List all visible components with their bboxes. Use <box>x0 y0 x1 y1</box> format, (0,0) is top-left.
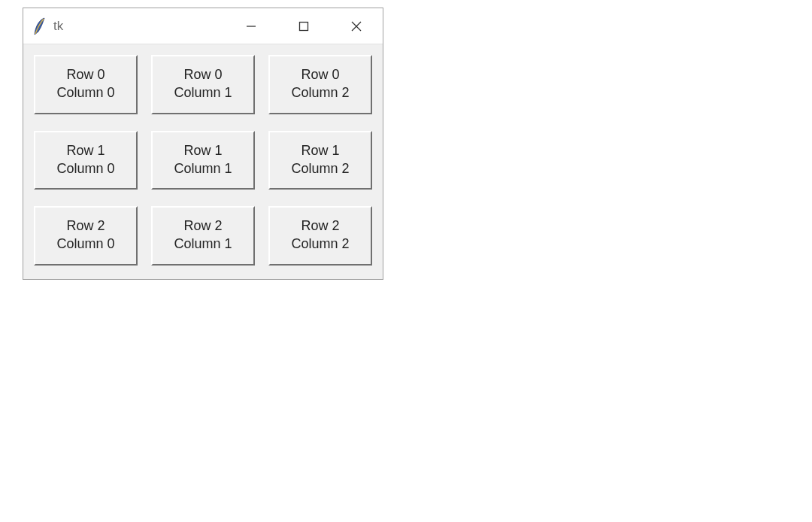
grid-button-r2-c2[interactable]: Row 2 Column 2 <box>268 206 372 266</box>
grid-button-r0-c1[interactable]: Row 0 Column 1 <box>151 55 255 114</box>
grid-button-r1-c1[interactable]: Row 1 Column 1 <box>151 131 255 190</box>
grid-button-r0-c2[interactable]: Row 0 Column 2 <box>268 55 372 114</box>
grid-button-r2-c0[interactable]: Row 2 Column 0 <box>34 206 138 266</box>
grid-button-r1-c2[interactable]: Row 1 Column 2 <box>268 131 372 190</box>
window-controls <box>225 8 383 44</box>
grid-button-r0-c0[interactable]: Row 0 Column 0 <box>34 55 138 114</box>
application-window: tk Row 0 Column 0 Row 0 Column 1 Row 0 C… <box>23 8 383 280</box>
grid-button-r2-c1[interactable]: Row 2 Column 1 <box>151 206 255 266</box>
window-title: tk <box>53 19 63 34</box>
minimize-button[interactable] <box>225 8 277 44</box>
svg-rect-1 <box>300 22 308 30</box>
tk-feather-icon <box>32 17 46 36</box>
maximize-button[interactable] <box>277 8 330 44</box>
title-left: tk <box>23 17 63 36</box>
button-grid: Row 0 Column 0 Row 0 Column 1 Row 0 Colu… <box>34 55 372 266</box>
grid-button-r1-c0[interactable]: Row 1 Column 0 <box>34 131 138 190</box>
close-button[interactable] <box>330 8 383 44</box>
window-content: Row 0 Column 0 Row 0 Column 1 Row 0 Colu… <box>23 44 383 279</box>
titlebar: tk <box>23 8 383 44</box>
